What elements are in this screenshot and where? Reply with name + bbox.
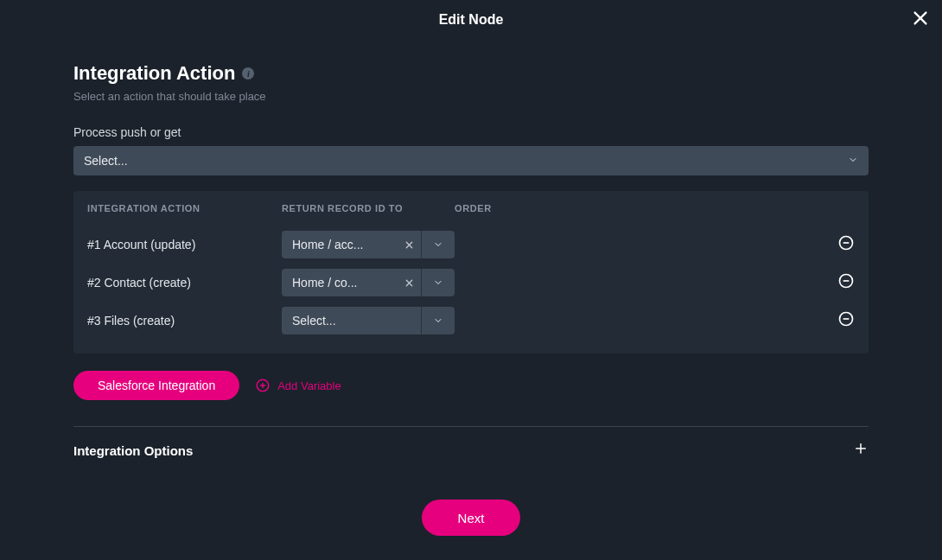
minus-circle-icon (837, 234, 855, 255)
add-variable-label: Add Variable (277, 379, 341, 392)
table-row: #3 Files (create) Select... (87, 302, 855, 340)
process-field-label: Process push or get (73, 125, 869, 139)
table-row: #1 Account (update) Home / acc... (87, 226, 855, 264)
row-action-label: #2 Contact (create) (87, 276, 282, 290)
chevron-down-icon[interactable] (422, 239, 455, 250)
minus-circle-icon (837, 310, 855, 331)
row-action-label: #3 Files (create) (87, 314, 282, 328)
expand-options-button[interactable] (853, 441, 869, 460)
row-action-label: #1 Account (update) (87, 238, 282, 251)
table-row: #2 Contact (create) Home / co... (87, 264, 855, 302)
return-select-value: Home / acc... (282, 238, 397, 251)
remove-row-button[interactable] (832, 234, 855, 255)
close-button[interactable] (911, 9, 930, 31)
integration-table: INTEGRATION ACTION RETURN RECORD ID TO O… (73, 191, 869, 353)
chevron-down-icon[interactable] (422, 315, 455, 326)
add-variable-button[interactable]: Add Variable (255, 378, 341, 393)
section-title: Integration Action (73, 62, 235, 85)
return-select-value: Select... (282, 314, 421, 328)
chevron-down-icon[interactable] (422, 277, 455, 288)
plus-circle-icon (255, 378, 271, 393)
clear-icon[interactable] (397, 278, 421, 288)
clear-icon[interactable] (397, 240, 421, 250)
plus-icon (853, 444, 869, 459)
salesforce-integration-button[interactable]: Salesforce Integration (73, 371, 239, 400)
return-select[interactable]: Home / acc... (282, 231, 455, 258)
col-header-return: RETURN RECORD ID TO (282, 203, 455, 213)
section-subtitle: Select an action that should take place (73, 90, 869, 103)
info-icon[interactable]: i (242, 67, 254, 80)
next-button[interactable]: Next (422, 500, 521, 536)
process-select[interactable]: Select... (73, 146, 869, 175)
col-header-action: INTEGRATION ACTION (87, 203, 282, 213)
minus-circle-icon (837, 272, 855, 293)
close-icon (911, 16, 930, 30)
integration-options-title: Integration Options (73, 443, 193, 458)
return-select-value: Home / co... (282, 276, 397, 290)
return-select[interactable]: Select... (282, 307, 455, 334)
col-header-order: ORDER (455, 203, 855, 213)
return-select[interactable]: Home / co... (282, 269, 455, 296)
modal-title: Edit Node (0, 0, 942, 28)
remove-row-button[interactable] (832, 272, 855, 293)
remove-row-button[interactable] (832, 310, 855, 331)
chevron-down-icon (848, 154, 858, 168)
process-select-placeholder: Select... (84, 154, 128, 168)
